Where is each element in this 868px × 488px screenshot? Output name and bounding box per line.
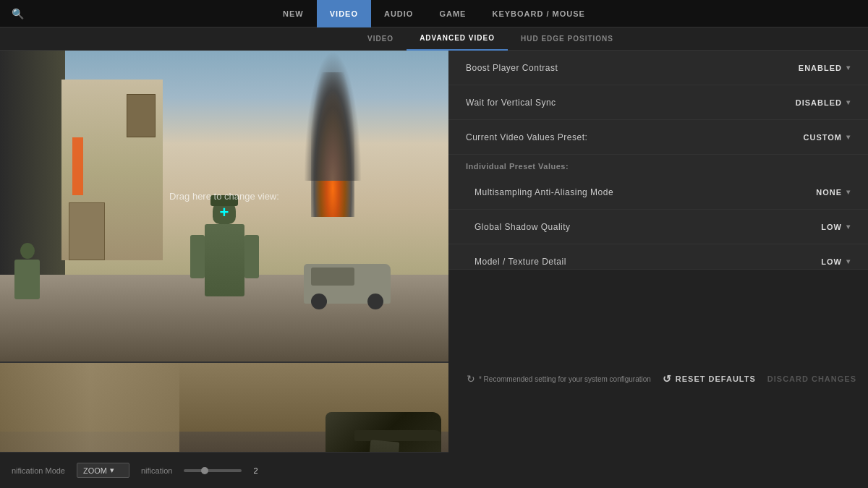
magnification-value: 2 <box>253 466 258 475</box>
top-nav: 🔍 NEW VIDEO AUDIO GAME KEYBOARD / MOUSE <box>0 0 868 27</box>
video-preset-chevron: ▾ <box>846 133 851 141</box>
recommended-note: ↻ * Recommended setting for your system … <box>467 373 651 385</box>
soldier-body <box>205 224 244 296</box>
setting-value-msaa[interactable]: NONE ▾ <box>816 188 851 197</box>
setting-label-model-texture: Model / Texture Detail <box>475 257 566 267</box>
setting-row-video-preset[interactable]: Current Video Values Preset: CUSTOM ▾ <box>448 120 868 155</box>
smoke-cloud <box>304 51 362 181</box>
magnification-slider[interactable] <box>184 469 242 472</box>
bottom-left-bar: nification Mode ZOOM ▾ nification 2 <box>0 452 448 488</box>
reset-defaults-button[interactable]: ↺ RESET DEFAULTS <box>663 373 756 385</box>
right-panel: Boost Player Contrast ENABLED ▾ Wait for… <box>448 51 868 488</box>
main-layout: Drag here to change view: + <box>0 51 868 488</box>
global-shadow-chevron: ▾ <box>846 223 851 231</box>
setting-row-vsync[interactable]: Wait for Vertical Sync DISABLED ▾ <box>448 85 868 120</box>
recommended-text: * Recommended setting for your system co… <box>479 375 651 383</box>
discard-changes-button[interactable]: DISCARD CHANGES <box>767 374 856 383</box>
magnification-thumb[interactable] <box>201 467 208 474</box>
setting-label-global-shadow: Global Shadow Quality <box>475 222 571 232</box>
model-texture-value: LOW <box>821 257 842 266</box>
setting-row-global-shadow[interactable]: Global Shadow Quality LOW ▾ <box>448 210 868 244</box>
setting-label-msaa: Multisampling Anti-Aliasing Mode <box>475 187 613 197</box>
setting-row-msaa[interactable]: Multisampling Anti-Aliasing Mode NONE ▾ <box>448 175 868 210</box>
zoom-chevron: ▾ <box>110 466 114 475</box>
nav-item-audio[interactable]: AUDIO <box>371 0 426 27</box>
video-preset-value: CUSTOM <box>804 133 842 142</box>
boost-player-contrast-value: ENABLED <box>799 64 842 72</box>
setting-value-boost-player-contrast[interactable]: ENABLED ▾ <box>799 64 851 72</box>
game-view-top[interactable]: Drag here to change view: + <box>0 51 448 361</box>
reset-icon: ↺ <box>663 373 672 385</box>
subnav-advanced-video[interactable]: ADVANCED VIDEO <box>407 27 508 51</box>
setting-value-global-shadow[interactable]: LOW ▾ <box>821 223 851 231</box>
subnav-hud-edge[interactable]: HUD EDGE POSITIONS <box>508 27 626 51</box>
refresh-icon: ↻ <box>467 373 475 385</box>
setting-value-video-preset[interactable]: CUSTOM ▾ <box>804 133 851 142</box>
car <box>304 264 391 304</box>
boost-player-contrast-chevron: ▾ <box>846 64 851 72</box>
vsync-chevron: ▾ <box>846 98 851 106</box>
setting-label-video-preset: Current Video Values Preset: <box>466 132 587 142</box>
sub-nav: VIDEO ADVANCED VIDEO HUD EDGE POSITIONS <box>0 27 868 51</box>
setting-label-vsync: Wait for Vertical Sync <box>466 98 556 108</box>
reset-label: RESET DEFAULTS <box>676 374 756 383</box>
bottom-right-bar: ↻ * Recommended setting for your system … <box>448 269 868 488</box>
soldier-center <box>195 199 253 296</box>
search-icon[interactable]: 🔍 <box>12 8 24 20</box>
magnification-mode-label: nification Mode <box>12 466 65 475</box>
nav-item-new[interactable]: NEW <box>270 0 317 27</box>
nav-item-keyboard-mouse[interactable]: KEYBOARD / MOUSE <box>479 0 597 27</box>
magnification-label: nification <box>141 466 172 475</box>
setting-label-boost-player-contrast: Boost Player Contrast <box>466 63 558 73</box>
nav-item-game[interactable]: GAME <box>426 0 479 27</box>
soldier-head <box>213 199 236 224</box>
global-shadow-value: LOW <box>821 223 842 231</box>
model-texture-chevron: ▾ <box>846 257 851 265</box>
setting-value-model-texture[interactable]: LOW ▾ <box>821 257 851 266</box>
left-panel: Drag here to change view: + <box>0 51 448 488</box>
settings-list: Boost Player Contrast ENABLED ▾ Wait for… <box>448 51 868 269</box>
setting-row-boost-player-contrast[interactable]: Boost Player Contrast ENABLED ▾ <box>448 51 868 85</box>
orange-barrier <box>72 137 83 195</box>
setting-value-vsync[interactable]: DISABLED ▾ <box>796 98 851 107</box>
setting-row-model-texture[interactable]: Model / Texture Detail LOW ▾ <box>448 244 868 269</box>
subnav-video[interactable]: VIDEO <box>354 27 407 51</box>
soldier-left <box>14 243 40 300</box>
vsync-value: DISABLED <box>796 98 842 107</box>
msaa-value: NONE <box>816 188 842 197</box>
game-scene-top: Drag here to change view: + <box>0 51 448 361</box>
msaa-chevron: ▾ <box>846 188 851 196</box>
nav-item-video[interactable]: VIDEO <box>317 0 371 27</box>
section-header-individual: Individual Preset Values: <box>448 155 868 175</box>
zoom-select[interactable]: ZOOM ▾ <box>77 463 129 478</box>
zoom-value: ZOOM <box>83 466 107 475</box>
